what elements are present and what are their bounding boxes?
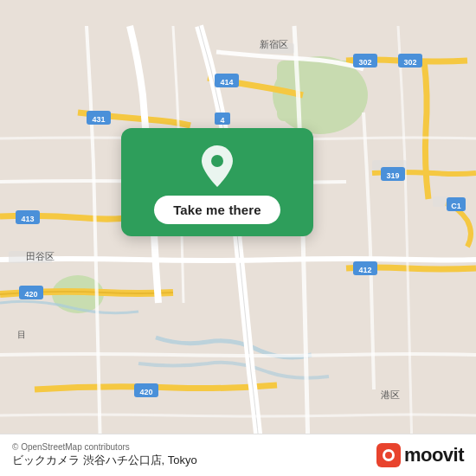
svg-text:302: 302 xyxy=(358,58,371,67)
svg-text:420: 420 xyxy=(24,290,37,299)
moovit-logo: moovit xyxy=(376,443,464,467)
svg-text:302: 302 xyxy=(403,58,416,67)
moovit-icon xyxy=(376,443,401,467)
map-background: 420 413 431 414 302 302 319 C1 412 420 田… xyxy=(0,0,476,476)
take-me-there-button[interactable]: Take me there xyxy=(154,196,280,224)
svg-text:413: 413 xyxy=(21,215,34,223)
svg-text:目: 目 xyxy=(17,330,26,339)
svg-text:412: 412 xyxy=(358,266,371,274)
svg-text:420: 420 xyxy=(139,388,152,396)
svg-text:港区: 港区 xyxy=(381,389,400,400)
osm-attribution: © OpenStreetMap contributors xyxy=(12,442,197,452)
map-container: 420 413 431 414 302 302 319 C1 412 420 田… xyxy=(0,0,476,476)
svg-text:431: 431 xyxy=(92,115,105,124)
svg-text:田谷区: 田谷区 xyxy=(26,251,55,261)
svg-text:319: 319 xyxy=(386,171,399,180)
svg-text:C1: C1 xyxy=(451,202,461,210)
moovit-brand-text: moovit xyxy=(404,444,464,466)
location-pin-icon xyxy=(198,144,236,189)
location-card: Take me there xyxy=(121,128,313,236)
bottom-info: © OpenStreetMap contributors ビックカメラ 渋谷ハチ… xyxy=(12,442,197,468)
place-name-label: ビックカメラ 渋谷ハチ公口店, Tokyo xyxy=(12,453,197,468)
svg-text:4: 4 xyxy=(220,116,224,125)
bottom-bar: © OpenStreetMap contributors ビックカメラ 渋谷ハチ… xyxy=(0,434,476,476)
svg-text:414: 414 xyxy=(220,78,233,87)
svg-point-37 xyxy=(385,452,392,459)
svg-point-34 xyxy=(211,155,223,167)
svg-text:新宿区: 新宿区 xyxy=(260,39,288,49)
